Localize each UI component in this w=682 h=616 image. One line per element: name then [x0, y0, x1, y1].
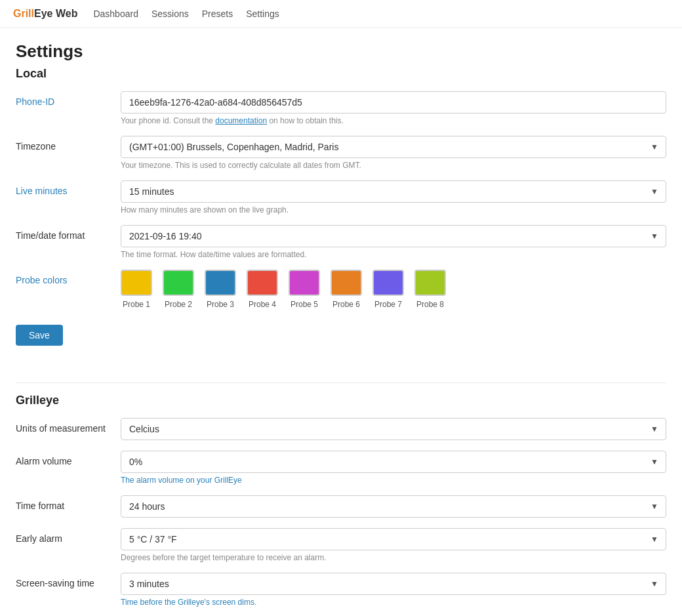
time-format-content: 24 hours ▼: [121, 495, 666, 518]
probe-color-item-7: Probe 7: [372, 270, 404, 309]
probe-4-swatch[interactable]: [247, 270, 278, 296]
units-label: Units of measurement: [16, 418, 121, 434]
probe-8-swatch[interactable]: [414, 270, 446, 296]
phone-id-content: Your phone id. Consult the documentation…: [121, 91, 666, 125]
page-title: Settings: [16, 41, 666, 62]
time-date-format-select-wrapper: 2021-09-16 19:40 ▼: [121, 225, 666, 247]
probe-7-swatch[interactable]: [372, 270, 404, 296]
screen-saving-hint: Time before the Grilleye's screen dims.: [121, 598, 666, 607]
screen-saving-row: Screen-saving time 3 minutes ▼ Time befo…: [16, 573, 666, 607]
probe-color-item-5: Probe 5: [289, 270, 320, 309]
probe-2-swatch[interactable]: [163, 270, 194, 296]
probe-6-label: Probe 6: [332, 300, 360, 309]
probe-5-label: Probe 5: [291, 300, 318, 309]
grilleye-section-title: Grilleye: [16, 394, 666, 407]
probe-8-label: Probe 8: [416, 300, 444, 309]
probe-colors-content: Probe 1Probe 2Probe 3Probe 4Probe 5Probe…: [121, 270, 666, 309]
screen-saving-select-wrapper: 3 minutes ▼: [121, 573, 666, 595]
live-minutes-content: 15 minutes ▼ How many minutes are shown …: [121, 180, 666, 215]
timezone-select-wrapper: (GMT+01:00) Brussels, Copenhagen, Madrid…: [121, 136, 666, 158]
probe-colors-row: Probe colors Probe 1Probe 2Probe 3Probe …: [16, 270, 666, 309]
local-section-title: Local: [16, 67, 666, 81]
probe-colors-container: Probe 1Probe 2Probe 3Probe 4Probe 5Probe…: [121, 270, 666, 309]
screen-saving-label: Screen-saving time: [16, 573, 121, 588]
phone-id-row: Phone-ID Your phone id. Consult the docu…: [16, 91, 666, 125]
probe-7-label: Probe 7: [374, 300, 402, 309]
time-format-select-wrapper: 24 hours ▼: [121, 495, 666, 518]
live-minutes-select-wrapper: 15 minutes ▼: [121, 180, 666, 203]
navbar: GrillGrillEye WebEye Web Dashboard Sessi…: [0, 0, 682, 28]
phone-id-label: Phone-ID: [16, 91, 121, 107]
probe-1-swatch[interactable]: [121, 270, 152, 296]
probe-color-item-4: Probe 4: [247, 270, 278, 309]
time-date-format-hint: The time format. How date/time values ar…: [121, 250, 666, 259]
time-date-format-content: 2021-09-16 19:40 ▼ The time format. How …: [121, 225, 666, 259]
alarm-volume-content: 0% ▼ The alarm volume on your GrillEye: [121, 451, 666, 485]
timezone-hint: Your timezone. This is used to correctly…: [121, 161, 666, 170]
brand-highlight: Grill: [13, 8, 34, 19]
probe-color-item-3: Probe 3: [205, 270, 236, 309]
alarm-volume-label: Alarm volume: [16, 451, 121, 466]
probe-1-label: Probe 1: [123, 300, 150, 309]
documentation-link[interactable]: documentation: [215, 116, 267, 125]
nav-sessions[interactable]: Sessions: [151, 9, 189, 19]
probe-color-item-6: Probe 6: [331, 270, 362, 309]
timezone-row: Timezone (GMT+01:00) Brussels, Copenhage…: [16, 136, 666, 170]
time-format-row: Time format 24 hours ▼: [16, 495, 666, 518]
main-content: Settings Local Phone-ID Your phone id. C…: [0, 28, 682, 616]
nav-links: Dashboard Sessions Presets Settings: [93, 9, 279, 19]
units-select[interactable]: Celcius: [121, 418, 666, 440]
probe-color-item-1: Probe 1: [121, 270, 152, 309]
live-minutes-row: Live minutes 15 minutes ▼ How many minut…: [16, 180, 666, 215]
alarm-volume-select-wrapper: 0% ▼: [121, 451, 666, 473]
nav-presets[interactable]: Presets: [202, 9, 233, 19]
timezone-select[interactable]: (GMT+01:00) Brussels, Copenhagen, Madrid…: [121, 136, 666, 158]
live-minutes-select[interactable]: 15 minutes: [121, 180, 666, 203]
units-row: Units of measurement Celcius ▼: [16, 418, 666, 440]
time-date-format-select[interactable]: 2021-09-16 19:40: [121, 225, 666, 247]
alarm-volume-row: Alarm volume 0% ▼ The alarm volume on yo…: [16, 451, 666, 485]
nav-settings[interactable]: Settings: [246, 9, 279, 19]
time-format-select[interactable]: 24 hours: [121, 495, 666, 518]
section-divider: [16, 382, 666, 383]
early-alarm-content: 5 °C / 37 °F ▼ Degrees before the target…: [121, 528, 666, 562]
phone-id-hint: Your phone id. Consult the documentation…: [121, 116, 666, 125]
probe-6-swatch[interactable]: [331, 270, 362, 296]
timezone-label: Timezone: [16, 136, 121, 152]
phone-id-input[interactable]: [121, 91, 666, 113]
time-date-format-label: Time/date format: [16, 225, 121, 241]
live-minutes-label: Live minutes: [16, 180, 121, 196]
grilleye-section: Grilleye Units of measurement Celcius ▼ …: [16, 394, 666, 616]
probe-color-item-8: Probe 8: [414, 270, 446, 309]
brand: GrillGrillEye WebEye Web: [13, 8, 77, 20]
screen-saving-content: 3 minutes ▼ Time before the Grilleye's s…: [121, 573, 666, 607]
nav-dashboard[interactable]: Dashboard: [93, 9, 138, 19]
probe-5-swatch[interactable]: [289, 270, 320, 296]
units-content: Celcius ▼: [121, 418, 666, 440]
probe-4-label: Probe 4: [249, 300, 276, 309]
time-format-label: Time format: [16, 495, 121, 511]
probe-colors-label: Probe colors: [16, 270, 121, 285]
early-alarm-hint: Degrees before the target temperature to…: [121, 553, 666, 562]
save-button[interactable]: Save: [16, 325, 63, 346]
units-select-wrapper: Celcius ▼: [121, 418, 666, 440]
early-alarm-label: Early alarm: [16, 528, 121, 544]
probe-3-swatch[interactable]: [205, 270, 236, 296]
early-alarm-row: Early alarm 5 °C / 37 °F ▼ Degrees befor…: [16, 528, 666, 562]
screen-saving-select[interactable]: 3 minutes: [121, 573, 666, 595]
early-alarm-select[interactable]: 5 °C / 37 °F: [121, 528, 666, 550]
timezone-content: (GMT+01:00) Brussels, Copenhagen, Madrid…: [121, 136, 666, 170]
probe-color-item-2: Probe 2: [163, 270, 194, 309]
probe-3-label: Probe 3: [207, 300, 234, 309]
early-alarm-select-wrapper: 5 °C / 37 °F ▼: [121, 528, 666, 550]
local-section: Local Phone-ID Your phone id. Consult th…: [16, 67, 666, 361]
time-date-format-row: Time/date format 2021-09-16 19:40 ▼ The …: [16, 225, 666, 259]
probe-2-label: Probe 2: [165, 300, 192, 309]
alarm-volume-hint: The alarm volume on your GrillEye: [121, 476, 666, 485]
live-minutes-hint: How many minutes are shown on the live g…: [121, 205, 666, 215]
alarm-volume-select[interactable]: 0%: [121, 451, 666, 473]
